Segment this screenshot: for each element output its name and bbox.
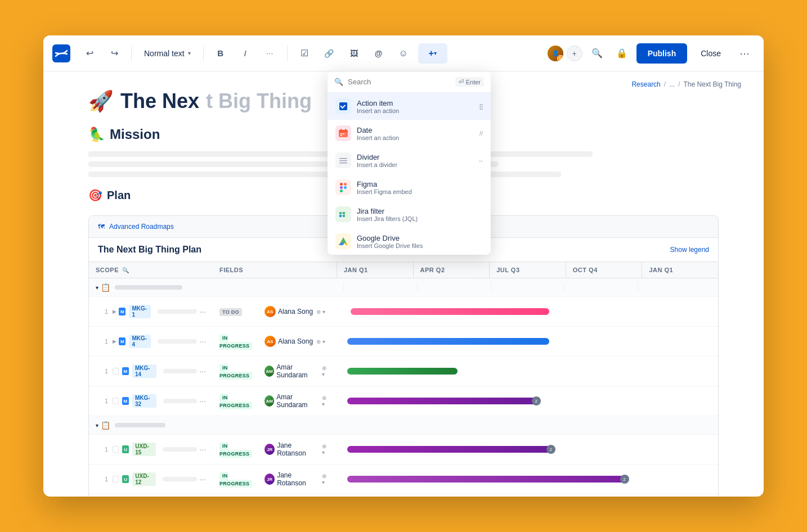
divider-shortcut: -- <box>479 157 483 164</box>
figma-sub: Insert Figma embed <box>357 188 477 195</box>
more-format-icon: ··· <box>266 49 274 57</box>
mkg1-chevron[interactable]: ▶ <box>113 309 116 314</box>
collaborators-group: 👤 G + <box>546 44 582 62</box>
title-emoji: 🚀 <box>88 89 114 113</box>
mkg14-scope: 1 M MKG-14 ··· <box>89 360 213 382</box>
mkg1-tag[interactable]: MKG-1 <box>129 305 150 318</box>
mkg1-bar <box>351 308 549 315</box>
mkg14-tag[interactable]: MKG-14 <box>132 364 156 378</box>
breadcrumb-research[interactable]: Research <box>631 80 660 88</box>
add-collaborator-button[interactable]: + <box>567 46 582 61</box>
uxd12-tag[interactable]: UXD-12 <box>132 472 155 486</box>
checkbox-button[interactable]: ☑ <box>294 43 315 64</box>
chevron-1[interactable]: ▾ <box>96 285 98 291</box>
mkg14-status: IN PROGRESS <box>213 359 258 384</box>
group-bar-1 <box>115 285 182 290</box>
publish-button[interactable]: Publish <box>636 43 688 64</box>
mention-button[interactable]: @ <box>369 43 389 64</box>
mkg32-assignee-icon[interactable]: ⊕ ▾ <box>322 395 330 407</box>
group-status-1 <box>213 278 258 296</box>
group-gantt-2 <box>337 416 718 434</box>
mkg1-tag-icon: M <box>119 308 125 315</box>
dropdown-item-action[interactable]: Action item Insert an action [] <box>328 93 491 120</box>
uxd12-assignee-name: Jane Rotanson <box>277 471 318 487</box>
uxd12-options[interactable]: ··· <box>199 475 206 484</box>
checkbox-icon: ☑ <box>301 48 308 58</box>
fields-header: FIELDS <box>213 262 258 278</box>
uxd12-assignee-icon[interactable]: ⊕ ▾ <box>322 473 330 485</box>
toolbar-divider-2 <box>203 46 204 61</box>
mkg4-tag[interactable]: MKG-4 <box>129 335 150 348</box>
mkg14-options[interactable]: ··· <box>199 367 206 376</box>
confluence-logo[interactable] <box>52 44 70 62</box>
mkg14-tag-icon: M <box>122 367 129 375</box>
emoji-button[interactable]: ☺ <box>393 43 414 64</box>
mkg1-assignee-icon[interactable]: ⊕ ▾ <box>316 309 325 315</box>
dropdown-item-date[interactable]: Date Insert an action // <box>328 120 491 147</box>
group-gantt-1 <box>337 278 718 296</box>
search-icon: 🔍 <box>591 48 603 58</box>
dropdown-search-input[interactable] <box>348 78 451 86</box>
mkg4-chevron[interactable]: ▶ <box>113 339 116 344</box>
at-icon: @ <box>375 49 383 58</box>
mkg32-assignee: AM Amar Sundaram ⊕ ▾ <box>258 389 337 413</box>
svg-rect-13 <box>340 186 343 189</box>
mkg32-options[interactable]: ··· <box>199 396 206 405</box>
mkg1-options[interactable]: ··· <box>199 307 206 316</box>
uxd12-status: IN PROGRESS <box>213 467 258 492</box>
lock-button[interactable]: 🔒 <box>612 43 632 64</box>
chevron-2[interactable]: ▾ <box>96 422 98 429</box>
bold-button[interactable]: B <box>210 43 231 64</box>
insert-dropdown: 🔍 ⏎ Enter Action item Insert an action [… <box>328 71 491 255</box>
breadcrumb-sep-2: / <box>678 80 680 88</box>
toolbar-divider-3 <box>287 46 288 61</box>
uxd15-assignee-name: Jane Rotanson <box>277 441 318 457</box>
link-button[interactable]: 🔗 <box>319 43 339 64</box>
chevron-down-icon: ▾ <box>188 50 191 56</box>
uxd12-status-badge: IN PROGRESS <box>219 472 252 488</box>
figma-icon <box>335 179 351 195</box>
undo-button[interactable]: ↩ <box>79 43 100 64</box>
mkg4-name-bar <box>158 339 197 344</box>
main-window: ↩ ↪ Normal text ▾ B I ··· ☑ <box>43 35 764 497</box>
uxd15-options[interactable]: ··· <box>199 445 206 454</box>
uxd15-assignee-icon[interactable]: ⊕ ▾ <box>322 443 330 456</box>
scope-group-row-1: ▾ 📋 <box>89 278 718 297</box>
insert-button[interactable]: + ▾ <box>418 43 447 64</box>
dropdown-item-figma[interactable]: Figma Insert Figma embed <box>328 174 491 201</box>
uxd15-bar: 2 <box>347 446 553 453</box>
mkg32-bar: 2 <box>347 398 539 404</box>
link-icon: 🔗 <box>324 49 334 58</box>
dropdown-search-icon: 🔍 <box>334 78 343 86</box>
svg-rect-12 <box>344 183 347 186</box>
svg-rect-2 <box>339 130 348 132</box>
roadmap-icon: 🗺 <box>98 223 105 231</box>
mkg32-tag[interactable]: MKG-32 <box>132 394 156 408</box>
plan-emoji: 🎯 <box>88 188 102 202</box>
mkg4-bar <box>347 338 550 345</box>
mkg32-checkbox <box>113 398 119 404</box>
scope-group-1-cell: ▾ 📋 <box>89 278 213 296</box>
group-bar-2 <box>115 423 165 427</box>
show-legend-button[interactable]: Show legend <box>670 246 709 254</box>
scope-search-icon[interactable]: 🔍 <box>122 267 129 273</box>
overflow-menu-button[interactable]: ⋯ <box>734 43 755 64</box>
redo-button[interactable]: ↪ <box>104 43 124 64</box>
dropdown-item-gdrive[interactable]: Google Drive Insert Google Drive files <box>328 228 491 255</box>
dropdown-item-jira[interactable]: Jira filter Insert Jira filters (JQL) <box>328 201 491 228</box>
jira-title: Jira filter <box>357 207 477 215</box>
uxd15-tag[interactable]: UXD-15 <box>132 443 155 456</box>
close-button[interactable]: Close <box>692 43 730 64</box>
image-button[interactable]: 🖼 <box>344 43 364 64</box>
italic-button[interactable]: I <box>235 43 255 64</box>
mkg4-options[interactable]: ··· <box>199 337 206 346</box>
uxd15-avatar: JR <box>264 444 275 455</box>
dropdown-item-divider[interactable]: Divider Insert a divider -- <box>328 147 491 174</box>
svg-rect-17 <box>339 215 342 217</box>
more-format-button[interactable]: ··· <box>260 43 280 64</box>
search-toolbar-button[interactable]: 🔍 <box>587 43 607 64</box>
mkg4-assignee-icon[interactable]: ⊕ ▾ <box>316 339 325 345</box>
mkg14-assignee-icon[interactable]: ⊕ ▾ <box>322 365 330 377</box>
svg-rect-7 <box>340 135 342 136</box>
text-style-dropdown[interactable]: Normal text ▾ <box>138 43 196 64</box>
